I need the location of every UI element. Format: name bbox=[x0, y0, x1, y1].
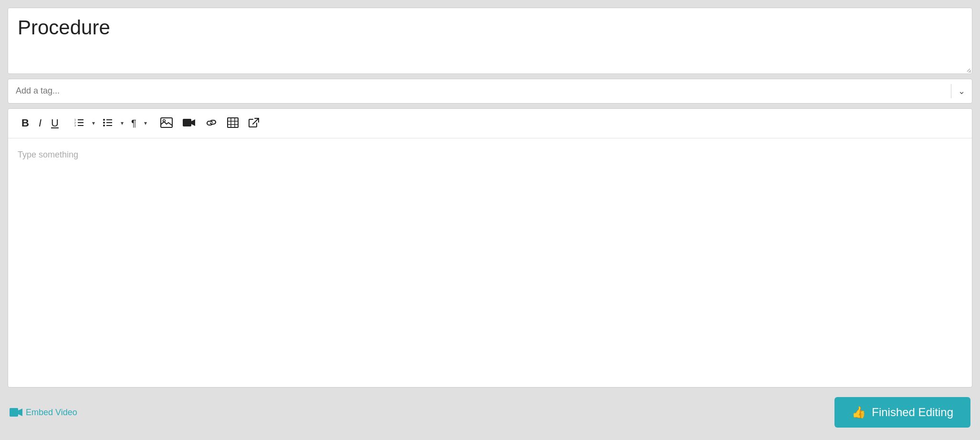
unordered-list-icon bbox=[103, 117, 113, 129]
chevron-down-icon: ▾ bbox=[144, 120, 147, 126]
embed-video-label: Embed Video bbox=[26, 408, 77, 418]
link-button[interactable] bbox=[201, 115, 221, 132]
svg-point-12 bbox=[103, 119, 105, 121]
bottom-bar: Embed Video 👍 Finished Editing bbox=[8, 392, 972, 432]
video-button[interactable] bbox=[178, 115, 199, 132]
video-icon bbox=[182, 117, 196, 129]
editor-placeholder: Type something bbox=[18, 150, 78, 159]
chevron-down-icon: ▾ bbox=[92, 120, 95, 126]
svg-text:3: 3 bbox=[74, 124, 76, 126]
ordered-list-group: 1 2 3 ▾ bbox=[70, 115, 97, 132]
svg-line-23 bbox=[253, 118, 259, 124]
embed-video-button[interactable]: Embed Video bbox=[10, 407, 77, 418]
paragraph-icon: ¶ bbox=[131, 118, 136, 128]
resize-handle bbox=[964, 66, 971, 73]
unordered-list-group: ▾ bbox=[99, 115, 125, 132]
svg-rect-24 bbox=[10, 408, 18, 417]
unordered-list-button[interactable] bbox=[99, 115, 117, 132]
svg-point-13 bbox=[103, 122, 105, 124]
chevron-down-icon: ▾ bbox=[121, 120, 124, 126]
tag-input[interactable] bbox=[8, 79, 951, 103]
title-container: Procedure bbox=[8, 8, 972, 74]
paragraph-dropdown-button[interactable]: ▾ bbox=[141, 117, 149, 129]
editor-content[interactable]: Type something bbox=[8, 138, 972, 387]
thumbs-up-icon: 👍 bbox=[852, 406, 866, 419]
svg-point-14 bbox=[103, 125, 105, 126]
ordered-list-dropdown-button[interactable]: ▾ bbox=[89, 117, 97, 129]
finished-editing-label: Finished Editing bbox=[872, 406, 953, 419]
paragraph-button[interactable]: ¶ bbox=[127, 115, 140, 131]
link-icon bbox=[205, 117, 218, 129]
title-input[interactable]: Procedure bbox=[18, 16, 962, 64]
image-button[interactable] bbox=[156, 115, 177, 132]
external-link-icon bbox=[248, 117, 260, 129]
ordered-list-icon: 1 2 3 bbox=[74, 117, 84, 129]
paragraph-group: ¶ ▾ bbox=[127, 115, 149, 131]
italic-button[interactable]: I bbox=[35, 115, 45, 131]
chevron-down-icon: ⌄ bbox=[958, 86, 965, 96]
svg-rect-17 bbox=[183, 119, 191, 126]
table-icon bbox=[227, 117, 239, 129]
unordered-list-dropdown-button[interactable]: ▾ bbox=[118, 117, 125, 129]
underline-button[interactable]: U bbox=[47, 115, 63, 131]
svg-line-2 bbox=[970, 72, 971, 73]
table-button[interactable] bbox=[223, 115, 242, 132]
tag-dropdown-button[interactable]: ⌄ bbox=[951, 86, 972, 96]
finished-editing-button[interactable]: 👍 Finished Editing bbox=[834, 397, 970, 428]
editor-toolbar: B I U 1 2 3 bbox=[8, 109, 972, 138]
ordered-list-button[interactable]: 1 2 3 bbox=[70, 115, 88, 132]
external-link-button[interactable] bbox=[244, 115, 263, 132]
bold-button[interactable]: B bbox=[18, 115, 33, 131]
editor-container: B I U 1 2 3 bbox=[8, 108, 972, 388]
image-icon bbox=[160, 117, 173, 129]
tag-container: ⌄ bbox=[8, 79, 972, 104]
svg-rect-18 bbox=[228, 118, 238, 127]
